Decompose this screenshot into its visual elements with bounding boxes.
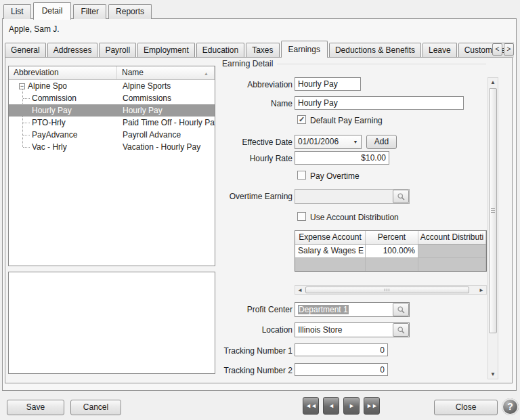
tree-name: Paid Time Off - Hourly Pay <box>123 118 215 127</box>
detail-panel: Apple, Sam J. General Addresses Payroll … <box>2 18 517 391</box>
location-lookup-button[interactable] <box>393 323 409 337</box>
profit-center-field[interactable]: Department 1 <box>295 302 410 317</box>
tree-row-pto-hrly[interactable]: PTO-Hrly Paid Time Off - Hourly Pay <box>9 117 215 129</box>
magnifier-icon <box>397 306 406 314</box>
profit-center-value: Department 1 <box>298 305 349 314</box>
scroll-up-icon[interactable]: ▲ <box>488 79 498 85</box>
tree-name: Payroll Advance <box>123 130 181 140</box>
scroll-right-icon[interactable]: ► <box>479 287 484 293</box>
earnings-tree: Abbreviation Name ▲ − Alpine Spo Alpine … <box>8 66 215 266</box>
group-title: Earning Detail <box>222 59 273 68</box>
tree-abbreviation: Hourly Pay <box>32 106 72 115</box>
tab-scroll-left-icon[interactable]: < <box>492 43 502 56</box>
hourly-rate-field[interactable]: $10.00 <box>295 151 389 165</box>
effective-date-label: Effective Date <box>184 138 292 147</box>
use-account-distribution-checkbox[interactable]: ✓ <box>297 212 306 221</box>
tab-general[interactable]: General <box>5 43 46 58</box>
sort-ascending-icon: ▲ <box>204 71 209 76</box>
name-field[interactable]: Hourly Pay <box>295 96 464 110</box>
location-field[interactable]: Illinois Store <box>295 322 410 337</box>
grid-horizontal-scrollbar[interactable]: ◄ ► <box>295 285 487 295</box>
percent-cell[interactable]: 100.00% <box>366 245 418 257</box>
tab-earnings[interactable]: Earnings <box>281 41 328 58</box>
next-record-icon[interactable]: ► <box>343 397 360 415</box>
tab-payroll[interactable]: Payroll <box>99 43 136 58</box>
add-button[interactable]: Add <box>366 135 397 149</box>
cancel-button[interactable]: Cancel <box>70 400 121 415</box>
tree-branch-line <box>23 147 30 148</box>
overtime-earning-field <box>295 189 410 204</box>
vertical-scroll-thumb[interactable] <box>489 88 497 333</box>
tab-deductions-benefits[interactable]: Deductions & Benefits <box>329 43 421 58</box>
tracking-number-2-field[interactable]: 0 <box>295 363 388 376</box>
last-record-icon[interactable]: ►► <box>364 397 380 415</box>
tab-scroll-right-icon[interactable]: > <box>504 43 514 56</box>
column-header-percent[interactable]: Percent <box>366 231 418 244</box>
tracking-number-1-label: Tracking Number 1 <box>184 346 292 356</box>
tree-name: Alpine Sports <box>123 81 171 91</box>
expense-account-cell[interactable]: Salary & Wages E <box>295 245 366 257</box>
default-pay-earning-checkbox[interactable]: ✓ <box>297 115 306 124</box>
tab-reports[interactable]: Reports <box>108 4 152 19</box>
tree-name: Hourly Pay <box>123 106 162 115</box>
tab-taxes[interactable]: Taxes <box>246 43 279 58</box>
employee-name: Apple, Sam J. <box>9 24 60 34</box>
column-header-account-distribution[interactable]: Account Distributi <box>418 231 486 244</box>
grid-row-empty[interactable] <box>295 258 486 272</box>
check-icon: ✓ <box>298 116 305 123</box>
tree-abbreviation: Alpine Spo <box>28 81 67 91</box>
overtime-earning-label: Overtime Earning <box>184 192 292 201</box>
tracking-number-1-field[interactable]: 0 <box>295 343 388 356</box>
first-record-icon[interactable]: ◄◄ <box>303 397 319 415</box>
earnings-tab-page: Abbreviation Name ▲ − Alpine Spo Alpine … <box>5 57 513 383</box>
save-button[interactable]: Save <box>7 400 64 415</box>
abbreviation-field[interactable]: Hourly Pay <box>295 77 361 91</box>
tree-abbreviation: PTO-Hrly <box>32 118 66 127</box>
horizontal-scroll-thumb[interactable] <box>305 287 469 293</box>
hourly-rate-label: Hourly Rate <box>184 154 292 163</box>
grid-header: Expense Account Percent Account Distribu… <box>295 231 486 245</box>
tab-filter[interactable]: Filter <box>73 4 106 19</box>
grid-row[interactable]: Salary & Wages E 100.00% <box>295 245 486 258</box>
collapse-expander-icon[interactable]: − <box>19 83 25 89</box>
top-tab-strip: List Detail Filter Reports <box>3 2 154 19</box>
effective-date-value: 01/01/2006 <box>295 135 350 148</box>
column-header-name-label: Name <box>122 68 144 77</box>
tab-education[interactable]: Education <box>196 43 244 58</box>
location-label: Location <box>184 325 292 335</box>
detail-vertical-scrollbar[interactable]: ▲ ▼ <box>488 77 498 379</box>
tab-list[interactable]: List <box>3 4 31 19</box>
profit-center-lookup-button[interactable] <box>393 303 409 316</box>
effective-date-dropdown[interactable]: 01/01/2006 ▼ <box>295 135 362 149</box>
column-header-name[interactable]: Name ▲ <box>117 66 215 79</box>
tree-header: Abbreviation Name ▲ <box>9 66 215 80</box>
use-account-distribution-label: Use Account Distribution <box>310 213 399 222</box>
chevron-down-icon: ▼ <box>350 135 361 148</box>
tracking-number-2-label: Tracking Number 2 <box>184 366 292 375</box>
column-header-abbreviation[interactable]: Abbreviation <box>9 66 117 79</box>
scroll-down-icon[interactable]: ▼ <box>488 371 498 377</box>
account-distribution-cell[interactable] <box>418 245 486 257</box>
tab-detail[interactable]: Detail <box>33 2 72 20</box>
tab-leave[interactable]: Leave <box>422 43 457 58</box>
tab-scroll-buttons: < > <box>491 43 514 56</box>
tree-abbreviation: Commission <box>32 93 77 103</box>
magnifier-icon <box>397 192 406 201</box>
tree-branch-line <box>23 110 30 111</box>
tab-addresses[interactable]: Addresses <box>47 43 98 58</box>
tree-branch-line <box>23 123 30 123</box>
scroll-left-icon[interactable]: ◄ <box>297 287 303 293</box>
column-header-expense-account[interactable]: Expense Account <box>295 231 366 244</box>
close-button[interactable]: Close <box>434 400 498 415</box>
profit-center-label: Profit Center <box>184 305 292 314</box>
overtime-earning-lookup-button[interactable] <box>393 190 409 203</box>
default-pay-earning-label: Default Pay Earning <box>310 116 383 125</box>
abbreviation-label: Abbreviation <box>184 80 292 89</box>
group-border <box>277 64 486 64</box>
previous-record-icon[interactable]: ◄ <box>323 397 339 415</box>
tab-employment[interactable]: Employment <box>137 43 195 58</box>
tree-branch-line <box>23 135 30 135</box>
record-navigation: ◄◄ ◄ ► ►► <box>303 397 380 415</box>
help-icon[interactable]: ? <box>502 398 519 415</box>
pay-overtime-checkbox[interactable]: ✓ <box>297 171 306 180</box>
